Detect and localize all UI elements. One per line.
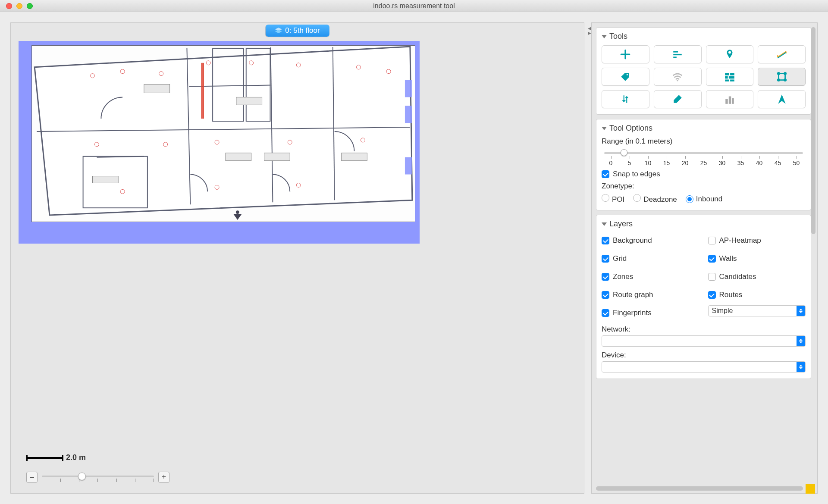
svg-point-57 (784, 72, 786, 74)
svg-rect-60 (725, 99, 728, 104)
tool-measure[interactable] (758, 45, 806, 63)
layer-grid-checkbox[interactable] (602, 255, 609, 263)
tools-title: Tools (609, 32, 627, 41)
floorplan-viewport[interactable] (19, 41, 420, 244)
tool-options-header[interactable]: Tool Options (602, 124, 806, 133)
svg-rect-18 (236, 97, 262, 105)
scale-indicator: 2.0 m (26, 453, 86, 462)
tool-eraser[interactable] (654, 90, 702, 108)
move-icon (620, 49, 631, 60)
tool-crop[interactable] (758, 68, 806, 86)
zonetype-inbound[interactable]: Inbound (686, 195, 722, 203)
range-slider-thumb[interactable] (621, 149, 627, 156)
tool-pin[interactable] (706, 45, 754, 63)
layer-routegraph-checkbox[interactable] (602, 291, 609, 299)
scrollbar-thumb[interactable] (596, 486, 803, 491)
app-window: indoo.rs measurement tool 0: 5th floor (0, 0, 828, 504)
svg-rect-53 (725, 80, 729, 81)
zoom-out-button[interactable]: – (26, 472, 38, 483)
layer-fingerprints-checkbox[interactable] (602, 309, 609, 317)
tool-align[interactable] (654, 45, 702, 63)
range-ticks: 0 5 10 15 20 25 30 35 40 45 50 (602, 160, 806, 166)
svg-rect-15 (405, 106, 412, 123)
svg-rect-62 (732, 98, 734, 104)
pane-splitter[interactable]: ◀▶ (586, 22, 589, 494)
side-panel-hscroll[interactable] (596, 486, 809, 491)
svg-line-47 (778, 53, 786, 58)
svg-point-56 (778, 72, 779, 74)
zonetype-label: Zonetype: (602, 182, 806, 191)
measure-icon (776, 49, 787, 60)
side-panel-vscroll[interactable] (811, 27, 815, 480)
tool-wifi[interactable] (654, 68, 702, 86)
range-label: Range (in 0.1 meters) (602, 137, 806, 146)
svg-rect-61 (729, 97, 731, 104)
svg-rect-45 (673, 56, 677, 58)
combo-arrows-icon (797, 336, 805, 346)
splitter-arrows-icon: ◀▶ (588, 26, 591, 35)
floor-label: 0: 5th floor (285, 26, 320, 35)
layer-zones-checkbox[interactable] (602, 273, 609, 281)
tool-options-panel: Tool Options Range (in 0.1 meters) 0 5 1… (596, 119, 811, 210)
align-icon (672, 49, 683, 60)
tool-options-title: Tool Options (609, 124, 652, 133)
svg-rect-17 (144, 85, 170, 93)
device-label: Device: (602, 351, 806, 360)
canvas-pane[interactable]: 0: 5th floor (10, 22, 584, 494)
svg-rect-16 (405, 157, 412, 175)
tools-panel-header[interactable]: Tools (602, 32, 806, 41)
fingerprints-mode-combo[interactable]: Simple (708, 305, 806, 316)
floor-selector[interactable]: 0: 5th floor (265, 25, 329, 37)
eraser-icon (672, 94, 683, 105)
wifi-icon (672, 71, 683, 82)
wall-icon (724, 71, 735, 82)
network-combo[interactable] (602, 335, 806, 347)
tool-wall[interactable] (706, 68, 754, 86)
layer-candidates-checkbox[interactable] (708, 273, 716, 281)
side-panel: Tools (591, 22, 818, 494)
zoom-slider-thumb[interactable] (78, 473, 86, 480)
network-label: Network: (602, 325, 806, 334)
snap-to-edges-checkbox[interactable] (602, 170, 609, 178)
svg-rect-44 (673, 54, 682, 55)
layer-apheatmap-checkbox[interactable] (708, 237, 716, 244)
window-title: indoo.rs measurement tool (0, 2, 828, 10)
combo-arrows-icon (797, 362, 805, 372)
disclosure-triangle-icon (602, 222, 607, 226)
zoom-slider[interactable] (42, 472, 154, 483)
svg-rect-21 (92, 176, 118, 183)
layers-header[interactable]: Layers (602, 219, 806, 229)
layer-walls-checkbox[interactable] (708, 255, 716, 263)
svg-rect-54 (730, 80, 734, 81)
device-combo[interactable] (602, 361, 806, 373)
tool-tag[interactable] (602, 68, 649, 86)
titlebar: indoo.rs measurement tool (0, 0, 828, 12)
scale-label: 2.0 m (66, 453, 86, 462)
svg-point-58 (778, 79, 779, 81)
scrollbar-thumb[interactable] (811, 27, 815, 234)
svg-rect-43 (673, 51, 678, 52)
tool-swap[interactable] (602, 90, 649, 108)
zoom-in-button[interactable]: + (158, 472, 169, 483)
swap-icon (620, 94, 631, 105)
building-icon (724, 94, 735, 105)
svg-line-46 (778, 52, 786, 57)
zonetype-radios: POI Deadzone Inbound (602, 194, 806, 204)
svg-rect-19 (264, 153, 290, 161)
layers-title: Layers (609, 219, 633, 229)
svg-rect-14 (405, 80, 412, 97)
tag-icon (620, 71, 631, 82)
svg-rect-52 (729, 76, 734, 78)
navigate-icon (776, 94, 787, 105)
tool-navigate[interactable] (758, 90, 806, 108)
layer-routes-checkbox[interactable] (708, 291, 716, 299)
tool-move[interactable] (602, 45, 649, 63)
zonetype-poi[interactable]: POI (602, 194, 624, 204)
layer-background-checkbox[interactable] (602, 237, 609, 244)
svg-rect-49 (725, 73, 729, 75)
zonetype-deadzone[interactable]: Deadzone (633, 194, 677, 204)
tool-building[interactable] (706, 90, 754, 108)
content-area: 0: 5th floor (0, 12, 828, 504)
floorplan-image (31, 45, 415, 222)
svg-rect-51 (725, 76, 728, 78)
